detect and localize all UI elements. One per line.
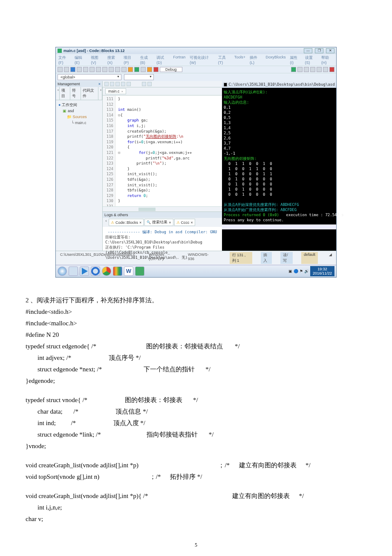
tab-scroll-left[interactable]: ‹ — [56, 87, 60, 100]
workspace-node[interactable]: 工作空间 — [58, 102, 100, 108]
menu-item[interactable]: 插件(L) — [250, 55, 262, 65]
editor-tab[interactable]: main.c × — [105, 88, 126, 94]
nav-home-icon[interactable] — [104, 82, 109, 86]
menu-item[interactable]: Tools+ — [234, 55, 245, 65]
undo-icon[interactable] — [83, 67, 88, 72]
console-output[interactable]: 输入顶点序列(以#结束): ABCDEFGH 输入边的信息: 0,1 0,2 0… — [222, 88, 336, 224]
log-scroll-left[interactable]: ‹ — [104, 219, 108, 226]
stop-icon[interactable] — [329, 67, 334, 72]
menu-item[interactable]: 设置(S) — [305, 55, 317, 65]
build-icon[interactable] — [128, 67, 133, 72]
open-icon[interactable] — [64, 67, 69, 72]
ie-icon[interactable] — [91, 266, 100, 276]
titlebar[interactable]: main.c [asd] - Code::Blocks 13.12 — ❐ ✕ — [56, 47, 336, 54]
menu-item[interactable]: 项目(P) — [124, 55, 135, 65]
stepinstr-icon[interactable] — [317, 67, 322, 72]
menu-item[interactable]: 属性(I) — [290, 55, 300, 65]
maximize-button[interactable]: ❐ — [315, 48, 323, 53]
tray-volume-icon[interactable]: 🔊 — [304, 269, 309, 273]
start-button[interactable] — [58, 266, 67, 276]
scope-combo[interactable]: <global> — [58, 74, 121, 80]
system-tray[interactable]: ▣ 🔵 ⚑ 🔊 19:32 2016/11/22 — [288, 266, 334, 276]
stepover-icon[interactable] — [304, 67, 309, 72]
menubar[interactable]: 文件(F) 编辑(E) 视图(V) 搜索(X) 项目(P) 生成(B) 调试(D… — [56, 54, 336, 66]
tab-close-icon[interactable]: × — [121, 90, 124, 93]
resize-grip-icon[interactable]: ◢ — [326, 252, 334, 264]
nav-prev-icon[interactable] — [110, 82, 114, 86]
nav-next-icon[interactable] — [115, 82, 120, 86]
chrome-icon[interactable] — [102, 266, 111, 276]
menu-item[interactable]: 编辑(E) — [75, 55, 86, 65]
tray-icon[interactable]: 🔵 — [294, 269, 298, 273]
tray-icon[interactable]: ▣ — [288, 269, 292, 273]
codeblocks-task-icon[interactable] — [135, 266, 144, 276]
buildrun-icon[interactable] — [141, 67, 146, 72]
saveall-icon[interactable] — [77, 67, 82, 72]
debug-run-icon[interactable] — [291, 67, 296, 72]
log-tab-search[interactable]: 搜索结果× — [144, 219, 173, 226]
replace-icon[interactable] — [121, 67, 127, 72]
break-icon[interactable] — [323, 67, 328, 72]
run-icon[interactable] — [134, 67, 139, 72]
tray-flag-icon[interactable]: ⚑ — [300, 269, 303, 273]
redo-icon[interactable] — [89, 67, 95, 72]
console-hscroll[interactable] — [222, 224, 336, 229]
menu-item[interactable]: Fortran — [173, 55, 185, 65]
log-tab-cccc[interactable]: Cccc× — [174, 219, 195, 226]
step-icon[interactable] — [297, 67, 303, 72]
new-icon[interactable] — [58, 67, 63, 72]
cut-icon[interactable] — [96, 67, 101, 72]
console-titlebar[interactable]: C:\Users\35XL301_B10\Desktop\asd\bin\Deb… — [222, 81, 336, 88]
stepout-icon[interactable] — [310, 67, 315, 72]
find-icon[interactable] — [115, 67, 120, 72]
menu-item[interactable]: 工具(T) — [218, 55, 230, 65]
windows-taskbar: W ▣ 🔵 ⚑ 🔊 19:32 2016/11/22 — [56, 265, 336, 277]
menu-item[interactable]: 视图(V) — [91, 55, 103, 65]
minimize-button[interactable]: — — [304, 48, 312, 53]
media-player-icon[interactable] — [80, 266, 89, 276]
taskbar-app-icon[interactable] — [113, 266, 122, 276]
file-node[interactable]: └ main.c — [71, 120, 100, 126]
editor[interactable]: 111 112 113 114 115 116 117 118 119 120 … — [103, 96, 222, 206]
close-button[interactable]: ✕ — [326, 48, 334, 53]
close-icon[interactable]: × — [139, 220, 141, 225]
paste-icon[interactable] — [109, 67, 114, 72]
menu-item[interactable]: 搜索(X) — [107, 55, 119, 65]
tab-files[interactable]: 代码文件 — [81, 87, 98, 100]
close-icon[interactable]: × — [169, 220, 171, 225]
project-tree[interactable]: 工作空间 asd 📁 Sources └ main.c — [56, 100, 102, 127]
menu-item[interactable]: 调试(D) — [156, 55, 169, 65]
nav-clear-icon[interactable] — [127, 82, 131, 86]
folder-node[interactable]: 📁 Sources — [67, 114, 100, 120]
explorer-icon[interactable] — [69, 266, 78, 276]
menu-item[interactable]: DoxyBlocks — [265, 55, 285, 65]
project-node[interactable]: asd — [63, 108, 100, 114]
save-icon[interactable] — [70, 67, 75, 72]
copy-icon[interactable] — [102, 67, 107, 72]
tab-scroll-right[interactable]: › — [98, 87, 102, 100]
member-combo[interactable] — [124, 74, 154, 80]
menu-item[interactable]: 文件(F) — [58, 55, 70, 65]
word-icon[interactable]: W — [124, 266, 133, 276]
page-number: 5 — [26, 542, 366, 548]
menu-item[interactable]: 可视化设计(W) — [190, 55, 213, 65]
menu-item[interactable]: 帮助(H) — [321, 55, 334, 65]
panel-close-icon[interactable]: × — [98, 82, 101, 86]
rebuild-icon[interactable] — [147, 67, 152, 72]
nav-last-icon[interactable] — [121, 82, 125, 86]
code-area[interactable]: } int main() ⊟{ graph ga; int i,j; creat… — [115, 96, 222, 206]
build-config-select[interactable]: Debug — [160, 67, 182, 72]
code-line: int ind; /* 顶点入度 */ — [26, 417, 366, 429]
tab-projects[interactable]: 项目 — [60, 87, 70, 100]
editor-hscroll[interactable] — [103, 206, 222, 211]
abort-icon[interactable] — [153, 67, 159, 72]
pane-split-icon[interactable] — [142, 82, 146, 86]
log-tab-codeblocks[interactable]: Code::Blocks× — [109, 219, 144, 226]
menu-item[interactable]: 生成(B) — [140, 55, 152, 65]
close-icon[interactable]: × — [191, 220, 193, 225]
status-bar: C:\Users\35XL301_B10\Desktop\asd\main.c … — [56, 251, 336, 265]
build-log[interactable]: -------------- 编译: Debug in asd (compile… — [103, 227, 222, 251]
clock[interactable]: 19:32 2016/11/22 — [310, 266, 334, 276]
pane-close-icon[interactable] — [147, 82, 152, 86]
tab-symbols[interactable]: 符号 — [70, 87, 81, 100]
